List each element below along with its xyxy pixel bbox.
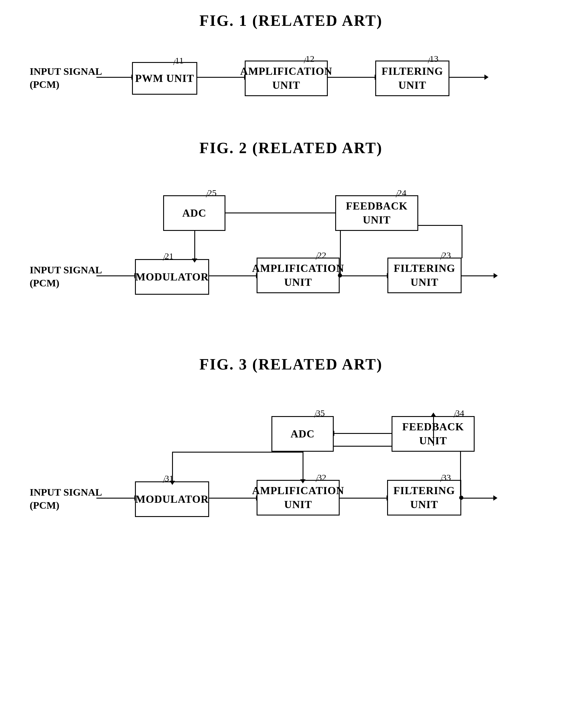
fig3-ref-33: 33 [442, 472, 451, 483]
figure-2: FIG. 2 (RELATED ART) INPUT SIGNAL(PCM) M… [18, 139, 564, 338]
fig1-arrow-pwm-amp [197, 77, 245, 78]
fig2-arrow-amp-filter [340, 276, 388, 276]
fig3-box-amp: AMPLIFICATIONUNIT [257, 480, 340, 516]
fig1-ref-11: 11 [175, 55, 184, 66]
fig3-arrow-adc-mod-h [172, 452, 302, 452]
fig3-diagram: INPUT SIGNAL(PCM) MODULATOR 31 / AMPLIFI… [18, 388, 564, 554]
fig3-box-filter: FILTERINGUNIT [387, 480, 461, 516]
fig2-ref-23: 23 [442, 250, 451, 260]
fig2-box-feedback: FEEDBACKUNIT [335, 195, 418, 231]
fig1-arrow-out [449, 77, 485, 78]
fig1-ref-13: 13 [429, 54, 439, 64]
fig3-arrow-in-mod [97, 498, 135, 499]
fig2-box-modulator: MODULATOR [135, 259, 209, 295]
fig1-box-pwm: PWM UNIT [132, 62, 197, 95]
fig2-diagram: INPUT SIGNAL(PCM) MODULATOR 21 / AMPLIFI… [18, 172, 564, 338]
fig2-ref-21: 21 [165, 251, 174, 261]
fig2-title: FIG. 2 (RELATED ART) [18, 139, 564, 157]
fig2-box-amp: AMPLIFICATIONUNIT [257, 258, 340, 293]
fig2-arrow-filter-up [461, 225, 462, 258]
figure-1: FIG. 1 (RELATED ART) INPUT SIGNAL(PCM) P… [18, 12, 564, 121]
fig2-ref-24: 24 [397, 188, 406, 198]
fig3-ref-32: 32 [317, 472, 326, 483]
fig2-arrow-in-mod [97, 276, 135, 276]
figure-3: FIG. 3 (RELATED ART) INPUT SIGNAL(PCM) M… [18, 356, 564, 554]
fig3-box-modulator: MODULATOR [135, 482, 209, 517]
fig3-title: FIG. 3 (RELATED ART) [18, 356, 564, 373]
fig1-title: FIG. 1 (RELATED ART) [18, 12, 564, 29]
fig3-arrow-out [461, 498, 494, 499]
fig2-input-label: INPUT SIGNAL(PCM) [30, 263, 102, 290]
fig1-ref-12: 12 [306, 54, 314, 64]
fig1-diagram: INPUT SIGNAL(PCM) PWM UNIT 11 / AMPLIFIC… [18, 44, 564, 121]
fig1-box-filter: FILTERINGUNIT [375, 60, 449, 96]
fig2-arrow-out [461, 276, 494, 276]
fig3-arrow-amp-filter [340, 498, 387, 499]
fig2-ref-22: 22 [317, 250, 326, 260]
fig3-arrow-mod-from-top [172, 452, 173, 482]
fig3-arrow-up-to-feedback [433, 416, 434, 446]
fig2-arrow-up-feedback [340, 225, 341, 274]
fig2-arrow-feedback-adc [224, 212, 335, 213]
fig2-ref-25: 25 [208, 188, 216, 198]
fig1-box-amp: AMPLIFICATIONUNIT [245, 60, 328, 96]
fig2-arrow-mod-amp [209, 276, 257, 276]
fig1-input-label: INPUT SIGNAL(PCM) [30, 65, 102, 91]
fig3-box-adc: ADC [271, 416, 334, 452]
fig2-box-filter: FILTERINGUNIT [388, 258, 461, 293]
fig3-arrow-feedback-adc [334, 433, 392, 434]
fig3-ref-34: 34 [455, 408, 464, 418]
fig3-dot-filter [459, 496, 464, 500]
fig1-arrow-amp-filter [328, 77, 375, 78]
fig2-arrow-adc-mod [194, 231, 195, 259]
fig3-input-label: INPUT SIGNAL(PCM) [30, 486, 102, 512]
fig2-box-adc: ADC [163, 195, 226, 231]
fig1-arrow-in-pwm [97, 77, 132, 78]
fig3-arrow-adc-down [302, 452, 303, 480]
fig3-arrow-mod-amp [209, 498, 257, 499]
fig3-arrow-filter-up [460, 446, 461, 496]
fig3-ref-35: 35 [316, 408, 325, 418]
